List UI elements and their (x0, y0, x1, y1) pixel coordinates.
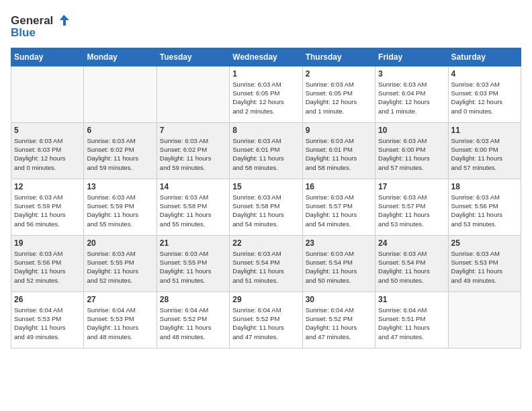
header: General Blue (11, 11, 521, 40)
calendar-cell: 30Sunrise: 6:04 AMSunset: 5:52 PMDayligh… (302, 291, 375, 348)
day-info: Sunrise: 6:03 AMSunset: 5:58 PMDaylight:… (232, 193, 299, 228)
day-number: 2 (306, 69, 372, 79)
day-info: Sunrise: 6:03 AMSunset: 6:02 PMDaylight:… (160, 136, 226, 172)
day-info: Sunrise: 6:03 AMSunset: 5:59 PMDaylight:… (87, 193, 153, 228)
day-number: 3 (378, 69, 445, 79)
calendar-cell: 12Sunrise: 6:03 AMSunset: 5:59 PMDayligh… (11, 179, 84, 235)
day-number: 8 (232, 126, 299, 135)
calendar-week-row: 19Sunrise: 6:03 AMSunset: 5:56 PMDayligh… (11, 235, 521, 291)
header-day: Thursday (302, 48, 375, 66)
day-info: Sunrise: 6:03 AMSunset: 5:58 PMDaylight:… (160, 193, 226, 228)
day-info: Sunrise: 6:03 AMSunset: 6:03 PMDaylight:… (451, 80, 518, 116)
calendar-week-row: 1Sunrise: 6:03 AMSunset: 6:05 PMDaylight… (11, 66, 521, 122)
day-info: Sunrise: 6:04 AMSunset: 5:52 PMDaylight:… (306, 306, 372, 341)
day-info: Sunrise: 6:03 AMSunset: 5:59 PMDaylight:… (14, 193, 81, 228)
header-day: Tuesday (157, 48, 229, 66)
calendar-cell: 16Sunrise: 6:03 AMSunset: 5:57 PMDayligh… (302, 179, 375, 235)
day-info: Sunrise: 6:03 AMSunset: 5:55 PMDaylight:… (87, 249, 153, 285)
calendar-cell (11, 66, 84, 122)
calendar-cell: 31Sunrise: 6:04 AMSunset: 5:51 PMDayligh… (375, 291, 448, 348)
calendar-cell: 8Sunrise: 6:03 AMSunset: 6:01 PMDaylight… (230, 122, 302, 179)
calendar-cell: 21Sunrise: 6:03 AMSunset: 5:55 PMDayligh… (157, 235, 229, 291)
calendar-cell: 4Sunrise: 6:03 AMSunset: 6:03 PMDaylight… (448, 66, 521, 122)
day-info: Sunrise: 6:03 AMSunset: 5:55 PMDaylight:… (160, 249, 226, 285)
calendar-cell: 26Sunrise: 6:04 AMSunset: 5:53 PMDayligh… (11, 291, 84, 348)
day-info: Sunrise: 6:04 AMSunset: 5:53 PMDaylight:… (87, 306, 153, 341)
day-info: Sunrise: 6:03 AMSunset: 6:04 PMDaylight:… (378, 80, 445, 116)
day-number: 1 (232, 69, 299, 79)
calendar-cell: 25Sunrise: 6:03 AMSunset: 5:53 PMDayligh… (448, 235, 521, 291)
calendar-cell: 1Sunrise: 6:03 AMSunset: 6:05 PMDaylight… (230, 66, 302, 122)
logo-bird-icon (54, 13, 69, 28)
header-day: Sunday (11, 48, 84, 66)
calendar-cell: 28Sunrise: 6:04 AMSunset: 5:52 PMDayligh… (157, 291, 229, 348)
calendar-cell: 7Sunrise: 6:03 AMSunset: 6:02 PMDaylight… (157, 122, 229, 179)
calendar-cell: 29Sunrise: 6:04 AMSunset: 5:52 PMDayligh… (230, 291, 302, 348)
logo-general: General (11, 15, 53, 28)
day-number: 10 (378, 126, 445, 135)
logo: General Blue (11, 11, 69, 40)
day-number: 12 (14, 182, 81, 191)
day-info: Sunrise: 6:03 AMSunset: 6:03 PMDaylight:… (14, 136, 81, 172)
day-number: 20 (87, 238, 153, 248)
day-info: Sunrise: 6:03 AMSunset: 5:56 PMDaylight:… (451, 193, 518, 228)
logo-wrapper: General Blue (11, 13, 69, 40)
day-info: Sunrise: 6:03 AMSunset: 6:02 PMDaylight:… (87, 136, 153, 172)
day-number: 13 (87, 182, 153, 191)
day-info: Sunrise: 6:03 AMSunset: 6:01 PMDaylight:… (306, 136, 372, 172)
calendar-cell: 17Sunrise: 6:03 AMSunset: 5:57 PMDayligh… (375, 179, 448, 235)
calendar-cell: 5Sunrise: 6:03 AMSunset: 6:03 PMDaylight… (11, 122, 84, 179)
day-info: Sunrise: 6:03 AMSunset: 5:57 PMDaylight:… (306, 193, 372, 228)
calendar-cell: 10Sunrise: 6:03 AMSunset: 6:00 PMDayligh… (375, 122, 448, 179)
calendar-cell (448, 291, 521, 348)
calendar-cell: 18Sunrise: 6:03 AMSunset: 5:56 PMDayligh… (448, 179, 521, 235)
day-number: 27 (87, 295, 153, 304)
day-number: 7 (160, 126, 226, 135)
day-number: 6 (87, 126, 153, 135)
header-day: Wednesday (230, 48, 302, 66)
calendar-cell: 11Sunrise: 6:03 AMSunset: 6:00 PMDayligh… (448, 122, 521, 179)
calendar-cell: 27Sunrise: 6:04 AMSunset: 5:53 PMDayligh… (84, 291, 157, 348)
calendar-cell (84, 66, 157, 122)
calendar-week-row: 5Sunrise: 6:03 AMSunset: 6:03 PMDaylight… (11, 122, 521, 179)
calendar-cell: 22Sunrise: 6:03 AMSunset: 5:54 PMDayligh… (230, 235, 302, 291)
day-info: Sunrise: 6:04 AMSunset: 5:52 PMDaylight:… (160, 306, 226, 341)
day-info: Sunrise: 6:03 AMSunset: 5:54 PMDaylight:… (306, 249, 372, 285)
day-number: 15 (232, 182, 299, 191)
header-row: SundayMondayTuesdayWednesdayThursdayFrid… (11, 48, 521, 66)
svg-marker-0 (60, 15, 69, 26)
calendar-cell: 15Sunrise: 6:03 AMSunset: 5:58 PMDayligh… (230, 179, 302, 235)
calendar-cell: 19Sunrise: 6:03 AMSunset: 5:56 PMDayligh… (11, 235, 84, 291)
day-info: Sunrise: 6:03 AMSunset: 5:56 PMDaylight:… (14, 249, 81, 285)
day-info: Sunrise: 6:03 AMSunset: 6:05 PMDaylight:… (306, 80, 372, 116)
calendar-week-row: 26Sunrise: 6:04 AMSunset: 5:53 PMDayligh… (11, 291, 521, 348)
calendar-table: SundayMondayTuesdayWednesdayThursdayFrid… (11, 48, 521, 349)
day-number: 31 (378, 295, 445, 304)
calendar-cell: 20Sunrise: 6:03 AMSunset: 5:55 PMDayligh… (84, 235, 157, 291)
calendar-cell: 3Sunrise: 6:03 AMSunset: 6:04 PMDaylight… (375, 66, 448, 122)
calendar-cell: 2Sunrise: 6:03 AMSunset: 6:05 PMDaylight… (302, 66, 375, 122)
day-info: Sunrise: 6:03 AMSunset: 5:54 PMDaylight:… (232, 249, 299, 285)
day-number: 26 (14, 295, 81, 304)
day-number: 28 (160, 295, 226, 304)
day-number: 18 (451, 182, 518, 191)
day-number: 9 (306, 126, 372, 135)
day-info: Sunrise: 6:03 AMSunset: 6:00 PMDaylight:… (378, 136, 445, 172)
calendar-cell: 6Sunrise: 6:03 AMSunset: 6:02 PMDaylight… (84, 122, 157, 179)
day-info: Sunrise: 6:03 AMSunset: 6:01 PMDaylight:… (232, 136, 299, 172)
day-number: 29 (232, 295, 299, 304)
day-number: 5 (14, 126, 81, 135)
header-day: Monday (84, 48, 157, 66)
header-day: Saturday (448, 48, 521, 66)
calendar-cell: 14Sunrise: 6:03 AMSunset: 5:58 PMDayligh… (157, 179, 229, 235)
day-number: 21 (160, 238, 226, 248)
day-number: 11 (451, 126, 518, 135)
calendar-cell: 13Sunrise: 6:03 AMSunset: 5:59 PMDayligh… (84, 179, 157, 235)
day-info: Sunrise: 6:03 AMSunset: 5:53 PMDaylight:… (451, 249, 518, 285)
day-info: Sunrise: 6:04 AMSunset: 5:53 PMDaylight:… (14, 306, 81, 341)
day-info: Sunrise: 6:04 AMSunset: 5:52 PMDaylight:… (232, 306, 299, 341)
day-number: 19 (14, 238, 81, 248)
day-number: 16 (306, 182, 372, 191)
header-day: Friday (375, 48, 448, 66)
calendar-cell: 24Sunrise: 6:03 AMSunset: 5:54 PMDayligh… (375, 235, 448, 291)
